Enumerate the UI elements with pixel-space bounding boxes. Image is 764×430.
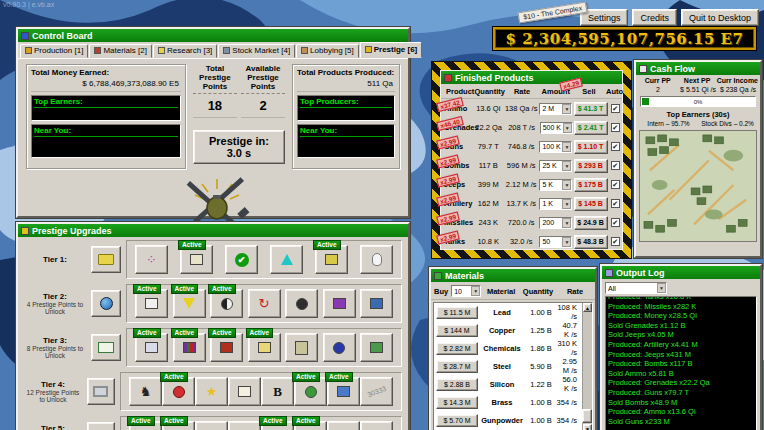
buy-material-button[interactable]: $ 11.5 M — [436, 306, 478, 319]
tier-4-row: Tier 4:12 Prestige Points to Unlock ♞ Ac… — [18, 369, 408, 413]
scroll-up-icon[interactable]: ▲ — [583, 303, 592, 312]
buy-material-button[interactable]: $ 14.3 M — [436, 396, 478, 409]
upgrade-audio[interactable]: ActiveA — [261, 421, 294, 430]
upgrade-clock[interactable] — [327, 421, 360, 430]
auto-checkbox[interactable]: ✔ — [611, 237, 620, 246]
sell-button[interactable]: $ 41.3 T — [574, 102, 608, 116]
amount-dropdown[interactable]: 25 K▼ — [539, 160, 572, 172]
log-output-area[interactable]: Produced: Tanks x10.8 K Produced: Missil… — [605, 296, 757, 430]
sell-button[interactable]: $ 2.41 T — [574, 121, 608, 135]
amount-dropdown[interactable]: 5 K▼ — [539, 179, 572, 191]
tier-5-chip-button[interactable] — [87, 422, 115, 430]
quit-to-desktop-button[interactable]: Quit to Desktop — [681, 9, 759, 26]
sell-button[interactable]: $ 175 B — [574, 178, 608, 192]
sell-button[interactable]: $ 1.10 T — [574, 140, 608, 154]
upgrade-image[interactable]: Active — [135, 289, 168, 318]
upgrade-earth-person[interactable] — [195, 421, 228, 430]
upgrade-up-arrow[interactable] — [270, 245, 303, 274]
buy-label: Buy — [434, 287, 448, 296]
upgrade-funnel[interactable]: Active — [173, 289, 206, 318]
buy-material-button[interactable]: $ 144 M — [436, 324, 478, 337]
upgrade-calendar[interactable]: Active — [327, 377, 360, 406]
tab-research[interactable]: Research [3] — [153, 44, 217, 58]
tier-4-computer-button[interactable] — [87, 378, 115, 405]
upgrade-mail[interactable]: Active — [248, 333, 281, 362]
upgrade-mine[interactable] — [285, 289, 318, 318]
upgrade-library[interactable]: Active — [173, 333, 206, 362]
upgrade-stopwatch[interactable]: Active — [162, 377, 195, 406]
upgrade-penguin[interactable]: Active — [210, 289, 243, 318]
output-log-titlebar[interactable]: Output Log — [602, 266, 760, 279]
amount-dropdown[interactable]: 200▼ — [539, 217, 572, 229]
upgrade-worker[interactable] — [360, 289, 393, 318]
scrollbar-thumb[interactable] — [582, 409, 592, 423]
tier-2-globe-button[interactable] — [91, 290, 121, 317]
tab-stock-market[interactable]: Stock Market [4] — [218, 44, 295, 58]
upgrade-documents[interactable] — [228, 377, 261, 406]
upgrade-printer[interactable]: Active — [129, 421, 162, 430]
upgrade-card[interactable]: Active — [135, 333, 168, 362]
materials-titlebar[interactable]: Materials — [431, 269, 595, 282]
auto-checkbox[interactable]: ✔ — [611, 199, 620, 208]
upgrade-manual[interactable] — [323, 289, 356, 318]
tier-3-certificate-button[interactable] — [91, 334, 121, 361]
sell-button[interactable]: $ 48.3 B — [574, 235, 608, 249]
upgrade-runner[interactable]: ♞ — [129, 377, 162, 406]
cash-flow-titlebar[interactable]: Cash Flow — [636, 62, 760, 75]
tab-prestige[interactable]: Prestige [6] — [360, 42, 423, 58]
tier-1-folder-button[interactable] — [91, 246, 121, 273]
control-board-titlebar[interactable]: Control Board — [18, 29, 408, 42]
auto-checkbox[interactable]: ✔ — [611, 142, 620, 151]
auto-checkbox[interactable]: ✔ — [611, 161, 620, 170]
materials-scrollbar[interactable]: ▲ ▼ — [582, 303, 592, 430]
auto-checkbox[interactable]: ✔ — [611, 123, 620, 132]
upgrade-mouse[interactable] — [360, 245, 393, 274]
upgrade-search-globe[interactable] — [360, 421, 393, 430]
upgrade-numbers[interactable]: 30333 — [360, 377, 393, 406]
upgrade-flower[interactable]: Active — [294, 377, 327, 406]
upgrade-confirm[interactable]: ✔ — [225, 245, 258, 274]
credits-button[interactable]: Credits — [632, 9, 677, 26]
upgrade-books[interactable]: Active — [315, 245, 348, 274]
log-entry: Produced: Ammo x13.6 Qi — [608, 407, 754, 417]
top-producers-list: Top Producers: — [297, 95, 395, 121]
log-filter-dropdown[interactable]: All▼ — [605, 282, 667, 294]
amount-dropdown[interactable]: 1 K▼ — [539, 198, 572, 210]
upgrade-dynamite[interactable]: Active — [210, 333, 243, 362]
total-pp-label: Total Prestige Points — [193, 64, 237, 94]
upgrade-sync[interactable]: ↻ — [248, 289, 281, 318]
scroll-down-icon[interactable]: ▼ — [583, 424, 592, 430]
upgrade-map[interactable] — [360, 333, 393, 362]
buy-material-button[interactable]: $ 2.82 M — [436, 342, 478, 355]
upgrade-picture[interactable]: Active — [180, 245, 213, 274]
tab-production[interactable]: Production [1] — [20, 44, 88, 58]
upgrade-folder[interactable]: Active — [162, 421, 195, 430]
buy-material-button[interactable]: $ 28.7 M — [436, 360, 478, 373]
upgrade-star[interactable]: ★ — [195, 377, 228, 406]
sell-button[interactable]: $ 145 B — [574, 197, 608, 211]
buy-material-button[interactable]: $ 5.70 M — [436, 414, 478, 427]
amount-dropdown[interactable]: 50▼ — [539, 236, 572, 248]
buy-material-button[interactable]: $ 2.88 B — [436, 378, 478, 391]
upgrade-notepad[interactable]: ✎ — [228, 421, 261, 430]
prestige-button[interactable]: Prestige in: 3.0 s — [193, 130, 285, 164]
buy-amount-dropdown[interactable]: 10▼ — [451, 285, 481, 297]
auto-checkbox[interactable]: ✔ — [611, 104, 620, 113]
total-money-display: $ 2,304,595,107,756.15 E7 — [493, 27, 756, 50]
prestige-upgrades-titlebar[interactable]: Prestige Upgrades — [18, 224, 408, 237]
upgrade-spy[interactable] — [323, 333, 356, 362]
amount-dropdown[interactable]: 2 M▼ — [539, 103, 572, 115]
upgrade-bold[interactable]: B — [261, 377, 294, 406]
sell-button[interactable]: $ 293 B — [574, 159, 608, 173]
finished-products-titlebar[interactable]: Finished Products — [441, 71, 622, 84]
sell-button[interactable]: $ 24.9 B — [574, 216, 608, 230]
amount-dropdown[interactable]: 100 K▼ — [539, 141, 572, 153]
tab-lobbying[interactable]: Lobbying [5] — [296, 44, 359, 58]
auto-checkbox[interactable]: ✔ — [611, 218, 620, 227]
auto-checkbox[interactable]: ✔ — [611, 180, 620, 189]
upgrade-marbles[interactable]: ⁘ — [135, 245, 168, 274]
upgrade-floppy[interactable]: Active — [294, 421, 327, 430]
amount-dropdown[interactable]: 500 K▼ — [540, 122, 573, 134]
tab-materials[interactable]: Materials [2] — [89, 44, 152, 58]
upgrade-file-cabinet[interactable] — [285, 333, 318, 362]
